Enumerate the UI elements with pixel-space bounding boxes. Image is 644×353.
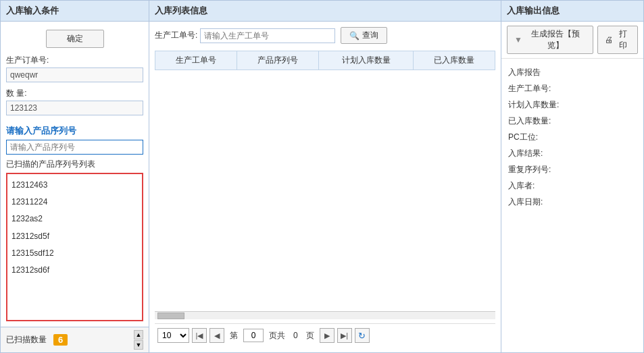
confirm-button[interactable]: 确定 — [46, 30, 104, 48]
page-size-select[interactable]: 102050100 — [157, 328, 189, 343]
info-line: 生产工单号: — [508, 80, 637, 97]
total-pages: 0 — [293, 331, 298, 340]
horizontal-scrollbar[interactable] — [155, 311, 495, 319]
info-line: 入库结果: — [508, 145, 637, 161]
search-icon: 🔍 — [349, 31, 360, 40]
scrollbar-thumb[interactable] — [157, 313, 184, 319]
list-item: 12311224 — [10, 194, 139, 211]
info-line: 重复序列号: — [508, 161, 637, 178]
serial-input-title: 请输入产品序列号 — [6, 125, 143, 137]
right-panel-info: 入库报告生产工单号:计划入库数量:已入库数量:PC工位:入库结果:重复序列号:入… — [501, 59, 643, 352]
data-table: 生产工单号产品序列号计划入库数量已入库数量 — [155, 51, 495, 70]
prev-page-button[interactable]: ◀ — [209, 328, 224, 343]
scanned-list-box: 12312463123112241232as212312sd5f12315sdf… — [6, 173, 143, 321]
list-item: 12315sdf12 — [10, 245, 139, 262]
generate-report-label: 生成报告【预览】 — [525, 28, 586, 51]
table-column-header: 计划入库数量 — [319, 51, 414, 70]
print-icon: 🖨 — [605, 35, 613, 45]
refresh-button[interactable]: ↻ — [355, 328, 370, 343]
info-line: 已入库数量: — [508, 113, 637, 129]
scanned-list-label: 已扫描的产品序列号列表 — [6, 159, 143, 170]
table-column-header: 已入库数量 — [413, 51, 495, 70]
info-line: PC工位: — [508, 129, 637, 145]
scroll-up-arrow[interactable]: ▲ — [134, 330, 143, 340]
right-panel-title: 入库输出信息 — [501, 1, 643, 22]
table-column-header: 生产工单号 — [155, 51, 237, 70]
quantity-input[interactable] — [6, 101, 143, 115]
scanned-count-label: 已扫描数量 — [6, 334, 47, 346]
page-suffix2: 页 — [306, 330, 314, 342]
generate-report-button[interactable]: ▼ 生成报告【预览】 — [507, 26, 593, 54]
page-prefix: 第 — [230, 330, 238, 342]
first-page-button[interactable]: |◀ — [192, 328, 207, 343]
page-suffix: 页共 — [269, 330, 285, 342]
info-line: 入库者: — [508, 178, 637, 194]
info-line: 计划入库数量: — [508, 97, 637, 113]
list-item: 1232as2 — [10, 211, 139, 227]
info-line: 入库报告 — [508, 64, 637, 80]
search-input[interactable] — [200, 28, 335, 43]
table-column-header: 产品序列号 — [237, 51, 319, 70]
print-label: 打印 — [616, 28, 630, 51]
search-button-label: 查询 — [362, 30, 378, 41]
last-page-button[interactable]: ▶| — [337, 328, 352, 343]
pagination-bar: 102050100 |◀ ◀ 第 页共 0 页 ▶ ▶| ↻ — [155, 323, 495, 347]
current-page-input[interactable] — [243, 329, 264, 342]
print-button[interactable]: 🖨 打印 — [597, 26, 638, 54]
next-page-button[interactable]: ▶ — [320, 328, 335, 343]
quantity-label: 数 量: — [6, 88, 143, 99]
search-button[interactable]: 🔍 查询 — [341, 27, 387, 44]
info-line: 入库日期: — [508, 194, 637, 210]
list-item: 12312463 — [10, 177, 139, 194]
list-item: 12312sd5f — [10, 228, 139, 245]
list-item: 12312sd6f — [10, 262, 139, 279]
search-label: 生产工单号: — [155, 30, 197, 41]
scanned-count-badge: 6 — [53, 334, 68, 346]
scroll-down-arrow[interactable]: ▼ — [134, 340, 143, 350]
production-order-label: 生产订单号: — [6, 55, 143, 66]
serial-number-input[interactable] — [6, 140, 143, 155]
middle-panel-title: 入库列表信息 — [149, 1, 501, 22]
filter-icon: ▼ — [514, 35, 522, 45]
production-order-input[interactable] — [6, 67, 143, 82]
left-panel-title: 入库输入条件 — [1, 1, 149, 22]
